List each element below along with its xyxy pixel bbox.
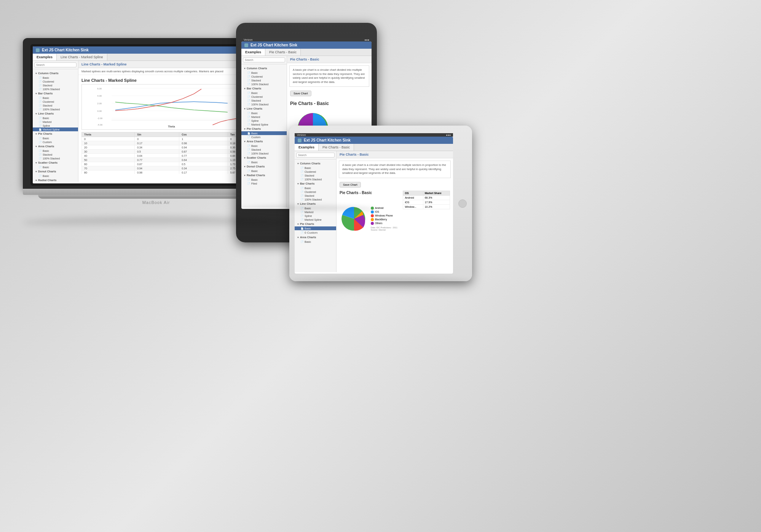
legend-label-windows: Windows Phone <box>375 214 393 217</box>
tree-item-basic-pie-ipadl[interactable]: Basic <box>241 131 287 135</box>
search-input-ipad-small[interactable] <box>296 153 335 158</box>
tab-examples-ipad-large[interactable]: Examples <box>241 49 265 56</box>
tree-item-custom-pie-ipadl[interactable]: Custom <box>241 135 287 139</box>
tree-item-marked-line-macbook[interactable]: Marked <box>33 120 78 124</box>
tree-item-100stacked-bar-macbook[interactable]: 100% Stacked <box>33 107 78 111</box>
group-area-ipads[interactable]: Area Charts <box>295 235 336 240</box>
tab-chart-macbook[interactable]: Line Charts - Marked Spline <box>57 54 107 61</box>
col-sin: Sin <box>135 132 179 137</box>
tree-item-spline-ipadl[interactable]: Spline <box>241 119 287 123</box>
tree-item-basic-radial-ipadl[interactable]: Basic <box>241 178 287 182</box>
tree-item-spline-line-macbook[interactable]: Spline <box>33 124 78 127</box>
group-bar-ipads[interactable]: Bar Charts <box>295 181 336 186</box>
tree-custom-pie-ipads[interactable]: 0 Custom <box>295 230 336 235</box>
legend-label-ios: iOS <box>375 210 379 213</box>
tree-basic-pie-ipads[interactable]: Basic <box>295 226 336 230</box>
tree-item-clustered-col-ipadl[interactable]: Clustered <box>241 75 287 78</box>
tree-stacked-bar-ipads[interactable]: Stacked <box>295 194 336 198</box>
tab-examples-macbook[interactable]: Examples <box>33 54 57 61</box>
tab-chart-ipad-large[interactable]: Pie Charts - Basic <box>265 49 301 56</box>
ipad-large-main-header: Pie Charts - Basic <box>287 56 372 63</box>
group-donut-macbook[interactable]: Donut Charts <box>33 169 78 174</box>
sidebar-search-ipad-small[interactable] <box>295 151 336 159</box>
save-chart-btn-ipadl[interactable]: Save Chart <box>290 91 311 96</box>
group-scatter-macbook[interactable]: Scatter Charts <box>33 160 78 165</box>
group-radial-ipadl[interactable]: Radial Charts <box>241 173 287 178</box>
tree-item-stacked-bar-ipadl[interactable]: Stacked <box>241 99 287 102</box>
tree-100s-col-ipads[interactable]: 100% Stacked <box>295 177 336 181</box>
market-row-windows: Window... 10.2% <box>403 204 450 209</box>
tree-item-stacked-col-ipadl[interactable]: Stacked <box>241 78 287 82</box>
group-pie-ipads[interactable]: Pie Charts <box>295 221 336 226</box>
tree-item-markedspline-line-macbook[interactable]: Marked Spline <box>33 127 78 131</box>
sidebar-search-ipad-large[interactable] <box>241 56 287 64</box>
tree-item-100s-col-ipadl[interactable]: 100% Stacked <box>241 82 287 86</box>
tree-item-basic-bar-ipadl[interactable]: Basic <box>241 91 287 95</box>
tree-item-stacked-bar-macbook[interactable]: Stacked <box>33 104 78 107</box>
svg-text:Theta: Theta <box>168 125 175 128</box>
tree-item-basic-col-macbook[interactable]: Basic <box>33 76 78 80</box>
market-table-container: OS Market Share Android 68.3% <box>403 191 450 240</box>
tree-stacked-col-ipads[interactable]: Stacked <box>295 174 336 177</box>
col-theta: Theta <box>82 132 135 137</box>
tree-item-basic-bar-macbook[interactable]: Basic <box>33 96 78 100</box>
tree-clustered-col-ipads[interactable]: Clustered <box>295 170 336 174</box>
group-pie-ipad-large[interactable]: Pie Charts <box>241 126 287 131</box>
tree-basic-bar-ipads[interactable]: Basic <box>295 186 336 190</box>
group-donut-ipadl[interactable]: Donut Charts <box>241 164 287 169</box>
tree-item-100stacked-col-macbook[interactable]: 100% Stacked <box>33 87 78 91</box>
tree-item-markedspline-ipadl[interactable]: Marked Spline <box>241 123 287 126</box>
ipad-small-pie-container: Pie Charts - Basic <box>340 191 400 240</box>
group-column-ipad-large[interactable]: Column Charts <box>241 66 287 71</box>
tree-item-stacked-area-ipadl[interactable]: Stacked <box>241 148 287 151</box>
tree-item-clustered-col-macbook[interactable]: Clustered <box>33 80 78 83</box>
group-line-charts-macbook[interactable]: Line Charts <box>33 111 78 116</box>
tree-item-basic-donut-macbook[interactable]: Basic <box>33 174 78 178</box>
group-bar-ipad-large[interactable]: Bar Charts <box>241 86 287 91</box>
tree-item-stacked-col-macbook[interactable]: Stacked <box>33 83 78 87</box>
tree-item-clustered-bar-macbook[interactable]: Clustered <box>33 100 78 104</box>
group-radial-macbook[interactable]: Radial Charts <box>33 178 78 182</box>
group-column-charts-macbook[interactable]: Column Charts <box>33 71 78 76</box>
group-line-ipad-large[interactable]: Line Charts <box>241 106 287 111</box>
search-input-ipad-large[interactable] <box>243 57 285 62</box>
tree-item-basic-line-ipadl[interactable]: Basic <box>241 111 287 115</box>
group-column-ipads[interactable]: Column Charts <box>295 161 336 166</box>
tree-item-basic-pie-macbook[interactable]: Basic <box>33 136 78 140</box>
tree-spline-ipads[interactable]: Spline <box>295 214 336 218</box>
tree-basic-col-ipads[interactable]: Basic <box>295 166 336 170</box>
ipad-small-home-btn[interactable] <box>458 199 467 208</box>
tree-item-custom-pie-macbook[interactable]: Custom <box>33 140 78 144</box>
tree-100s-bar-ipads[interactable]: 100% Stacked <box>295 198 336 201</box>
sidebar-search-macbook[interactable] <box>33 61 78 69</box>
tree-item-clustered-bar-ipadl[interactable]: Clustered <box>241 95 287 99</box>
group-scatter-ipadl[interactable]: Scatter Charts <box>241 155 287 160</box>
tab-chart-ipad-small[interactable]: Pie Charts - Basic <box>319 144 354 151</box>
tree-item-basic-donut-ipadl[interactable]: Basic <box>241 169 287 173</box>
search-input-macbook[interactable] <box>34 62 77 67</box>
tree-item-basic-area-macbook[interactable]: Basic <box>33 149 78 153</box>
tree-item-basic-area-ipadl[interactable]: Basic <box>241 144 287 148</box>
tree-item-basic-scatter-ipadl[interactable]: Basic <box>241 160 287 164</box>
col-cos: Cos <box>179 132 228 137</box>
tree-item-stacked-area-macbook[interactable]: Stacked <box>33 153 78 156</box>
save-chart-btn-ipads[interactable]: Save Chart <box>340 182 361 188</box>
tree-item-basic-col-ipadl[interactable]: Basic <box>241 71 287 75</box>
tree-item-basic-scatter-macbook[interactable]: Basic <box>33 165 78 169</box>
ipad-small-carrier: Verizon <box>297 134 306 136</box>
tab-examples-ipad-small[interactable]: Examples <box>295 144 319 151</box>
tree-item-basic-line-macbook[interactable]: Basic <box>33 116 78 120</box>
group-pie-charts-macbook[interactable]: Pie Charts <box>33 131 78 136</box>
group-area-ipad-large[interactable]: Area Charts <box>241 139 287 144</box>
tree-item-100s-bar-ipadl[interactable]: 100% Stacked <box>241 102 287 106</box>
group-bar-charts-macbook[interactable]: Bar Charts <box>33 91 78 96</box>
tree-item-100s-area-ipadl[interactable]: 100% Stacked <box>241 151 287 155</box>
legend-others: Others <box>371 222 400 225</box>
tree-clustered-bar-ipads[interactable]: Clustered <box>295 190 336 194</box>
tree-item-100stacked-area-macbook[interactable]: 100% Stacked <box>33 156 78 160</box>
tree-basic-area-ipads[interactable]: Basic <box>295 240 336 244</box>
tree-item-marked-line-ipadl[interactable]: Marked <box>241 115 287 119</box>
tree-item-filed-radial-ipadl[interactable]: Filed <box>241 182 287 185</box>
group-area-charts-macbook[interactable]: Area Charts <box>33 144 78 149</box>
tree-markedspline-ipads[interactable]: Marked Spline <box>295 218 336 221</box>
